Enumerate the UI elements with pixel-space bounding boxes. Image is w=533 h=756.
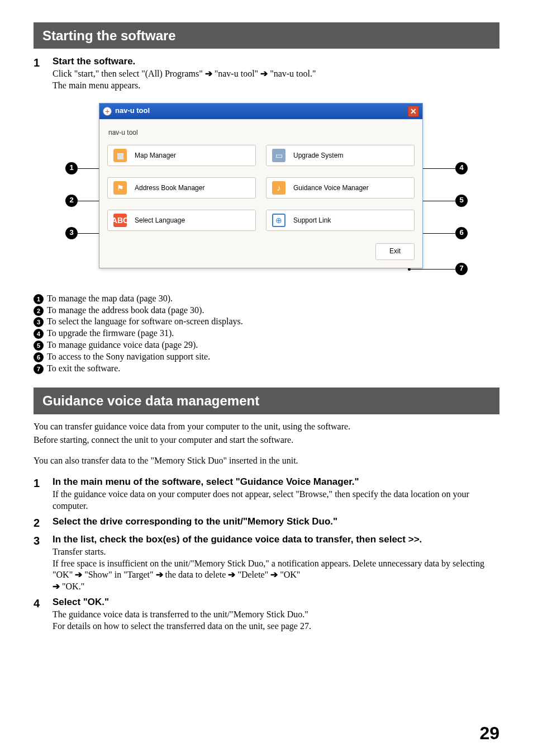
button-label: Select Language [135, 216, 185, 225]
callout-7: 7 [455, 263, 468, 275]
step-heading: In the list, check the box(es) of the gu… [53, 533, 499, 546]
page-number: 29 [34, 722, 499, 745]
bullet-7: 7 [34, 364, 44, 374]
step-text: The guidance voice data is transferred t… [53, 609, 499, 621]
voice-icon: ♪ [272, 181, 285, 195]
legend-item-6: 6To access to the Sony navigation suppor… [34, 351, 499, 363]
step-row-4: 4 Select "OK." The guidance voice data i… [34, 596, 499, 632]
callout-line [422, 233, 455, 234]
map-icon: ▦ [113, 149, 127, 162]
bullet-3: 3 [34, 317, 44, 327]
callout-legend: 1To manage the map data (page 30). 2To m… [34, 293, 499, 375]
legend-text: To manage the address book data (page 30… [47, 305, 204, 316]
legend-item-5: 5To manage guidance voice data (page 29)… [34, 339, 499, 351]
step-text: Transfer starts. [53, 546, 499, 558]
callout-line [422, 168, 455, 169]
step-row-1: 1 Start the software. Click "start," the… [34, 55, 499, 92]
step-row-3: 3 In the list, check the box(es) of the … [34, 533, 499, 593]
bullet-2: 2 [34, 306, 44, 316]
upgrade-icon: ▭ [272, 149, 285, 162]
step-text: If free space is insufficient on the uni… [53, 558, 499, 593]
screenshot-diagram: 1 2 3 4 5 6 7 nav-u tool ✕ nav-u tool ▦ … [65, 103, 468, 282]
app-icon [103, 107, 112, 116]
arrow-icon: ➔ [75, 570, 82, 579]
arrow-icon: ➔ [260, 69, 268, 78]
section-heading-guidance: Guidance voice data management [34, 388, 499, 414]
button-label: Support Link [293, 216, 331, 225]
step-text: Click "start," then select "(All) Progra… [53, 68, 499, 80]
body-text: You can transfer guidance voice data fro… [34, 421, 499, 433]
callout-3: 3 [65, 227, 78, 239]
step-text: The main menu appears. [53, 80, 499, 92]
text-fragment: "Delete" [235, 570, 270, 579]
text-fragment: the data to delete [163, 570, 229, 579]
exit-row: Exit [107, 243, 415, 260]
arrow-icon: ➔ [156, 570, 163, 579]
callout-5: 5 [455, 195, 468, 207]
window-title: nav-u tool [115, 106, 150, 116]
step-text: If the guidance voice data on your compu… [53, 489, 499, 512]
callout-line [411, 269, 455, 270]
legend-item-7: 7To exit the software. [34, 363, 499, 375]
step-number: 1 [34, 55, 53, 70]
arrow-icon: ➔ [205, 69, 212, 78]
map-manager-button[interactable]: ▦ Map Manager [107, 145, 256, 166]
bullet-5: 5 [34, 341, 44, 351]
panel-label: nav-u tool [107, 129, 415, 138]
close-button[interactable]: ✕ [408, 106, 419, 117]
step-number: 3 [34, 533, 53, 548]
intro-paragraph: You can transfer guidance voice data fro… [34, 421, 499, 447]
globe-icon: ⊕ [272, 214, 285, 227]
intro-paragraph-2: You can also transfer data to the "Memor… [34, 455, 499, 467]
support-link-button[interactable]: ⊕ Support Link [266, 210, 415, 231]
upgrade-system-button[interactable]: ▭ Upgrade System [266, 145, 415, 166]
arrow-icon: ➔ [270, 570, 278, 579]
bullet-1: 1 [34, 294, 44, 304]
legend-item-1: 1To manage the map data (page 30). [34, 293, 499, 305]
step-number: 2 [34, 516, 53, 530]
step-heading: Start the software. [53, 55, 499, 68]
callout-1: 1 [65, 162, 78, 174]
text-fragment: "OK." [60, 582, 84, 591]
legend-text: To manage the map data (page 30). [47, 293, 173, 305]
address-book-icon: ⚑ [113, 181, 127, 195]
legend-text: To upgrade the firmware (page 31). [47, 328, 174, 339]
button-label: Guidance Voice Manager [293, 184, 369, 193]
body-text: You can also transfer data to the "Memor… [34, 455, 499, 467]
exit-button[interactable]: Exit [375, 243, 415, 260]
button-label: Address Book Manager [135, 184, 204, 193]
nav-u-window: nav-u tool ✕ nav-u tool ▦ Map Manager ▭ … [99, 103, 423, 268]
callout-6: 6 [455, 227, 468, 239]
text-fragment: "nav-u tool" [212, 69, 260, 78]
step-number: 1 [34, 476, 53, 490]
callout-2: 2 [65, 195, 78, 207]
button-label: Upgrade System [293, 152, 343, 160]
window-body: nav-u tool ▦ Map Manager ▭ Upgrade Syste… [99, 119, 422, 268]
legend-text: To exit the software. [47, 363, 120, 375]
window-titlebar: nav-u tool ✕ [99, 103, 422, 119]
text-fragment: Click "start," then select "(All) Progra… [53, 69, 205, 78]
legend-item-3: 3To select the language for software on-… [34, 316, 499, 328]
step-heading: In the main menu of the software, select… [53, 476, 499, 488]
section-heading-starting: Starting the software [34, 22, 499, 49]
tool-grid: ▦ Map Manager ▭ Upgrade System ⚑ Address… [107, 145, 415, 231]
legend-text: To access to the Sony navigation support… [47, 351, 210, 363]
callout-line [422, 201, 455, 201]
legend-text: To select the language for software on-s… [47, 316, 243, 328]
bullet-6: 6 [34, 352, 44, 362]
text-fragment: "OK" [278, 570, 300, 579]
step-text: For details on how to select the transfe… [53, 621, 499, 632]
body-text: Before starting, connect the unit to you… [34, 434, 499, 446]
step-number: 4 [34, 596, 53, 611]
step-row-2: 2 Select the drive corresponding to the … [34, 516, 499, 530]
step-heading: Select "OK." [53, 596, 499, 608]
arrow-icon: ➔ [228, 570, 235, 579]
guidance-voice-manager-button[interactable]: ♪ Guidance Voice Manager [266, 177, 415, 199]
select-language-button[interactable]: ABC Select Language [107, 210, 256, 231]
text-fragment: "Show" in "Target" [82, 570, 155, 579]
callout-4: 4 [455, 162, 468, 174]
address-book-manager-button[interactable]: ⚑ Address Book Manager [107, 177, 256, 199]
step-heading: Select the drive corresponding to the un… [53, 516, 499, 528]
bullet-4: 4 [34, 329, 44, 339]
legend-item-2: 2To manage the address book data (page 3… [34, 305, 499, 316]
